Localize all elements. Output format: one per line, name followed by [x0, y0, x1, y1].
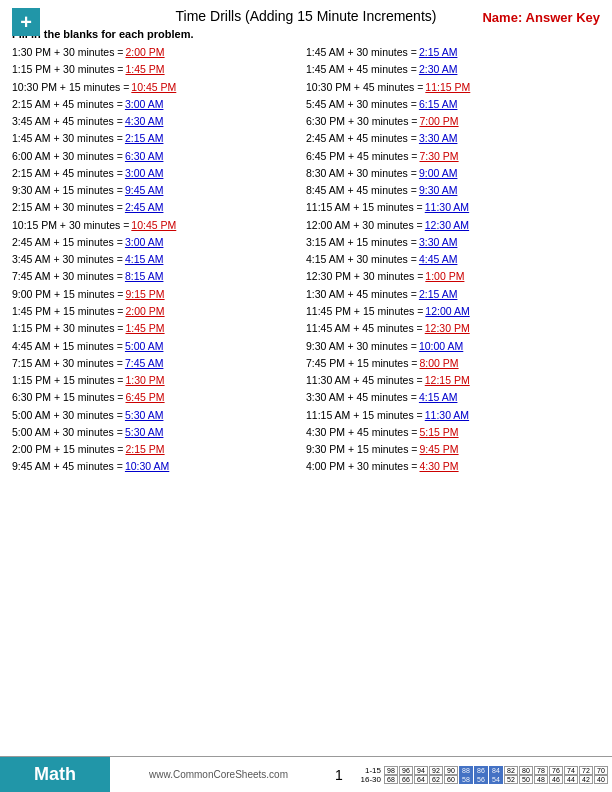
header: + Time Drills (Adding 15 Minute Incremen… — [12, 8, 600, 24]
right-problem-row: 12:30 PM + 30 minutes = 1:00 PM — [306, 268, 600, 284]
answer: 6:15 AM — [419, 96, 458, 112]
left-problem-row: 2:15 AM + 45 minutes = 3:00 AM — [12, 96, 306, 112]
answer: 7:30 PM — [419, 148, 458, 164]
right-problem-row: 1:45 AM + 30 minutes = 2:15 AM — [306, 44, 600, 60]
problem-text: 9:30 AM + 30 minutes = — [306, 338, 417, 354]
problem-text: 1:45 AM + 30 minutes = — [12, 130, 123, 146]
right-column: 1:45 AM + 30 minutes = 2:15 AM1:45 AM + … — [306, 44, 600, 475]
problem-text: 1:15 PM + 15 minutes = — [12, 372, 123, 388]
answer: 3:00 AM — [125, 165, 164, 181]
problem-text: 4:00 PM + 30 minutes = — [306, 458, 417, 474]
problem-text: 6:30 PM + 15 minutes = — [12, 389, 123, 405]
score-cell: 84 — [489, 766, 503, 775]
problem-text: 9:30 AM + 15 minutes = — [12, 182, 123, 198]
left-problem-row: 10:30 PM + 15 minutes = 10:45 PM — [12, 79, 306, 95]
problem-text: 6:30 PM + 30 minutes = — [306, 113, 417, 129]
problem-text: 1:45 PM + 15 minutes = — [12, 303, 123, 319]
logo: + — [12, 8, 40, 36]
answer: 8:15 AM — [125, 268, 164, 284]
right-problem-row: 8:45 AM + 45 minutes = 9:30 AM — [306, 182, 600, 198]
problem-text: 12:00 AM + 30 minutes = — [306, 217, 423, 233]
score-cell: 98 — [384, 766, 398, 775]
score-cell: 74 — [564, 766, 578, 775]
answer: 7:00 PM — [419, 113, 458, 129]
score-cell: 48 — [534, 775, 548, 784]
problem-text: 1:45 AM + 30 minutes = — [306, 44, 417, 60]
left-problem-row: 1:30 PM + 30 minutes = 2:00 PM — [12, 44, 306, 60]
answer: 10:45 PM — [131, 79, 176, 95]
right-problem-row: 7:45 PM + 15 minutes = 8:00 PM — [306, 355, 600, 371]
instructions: Fill in the blanks for each problem. — [12, 28, 600, 40]
right-problem-row: 3:15 AM + 15 minutes = 3:30 AM — [306, 234, 600, 250]
right-problem-row: 3:30 AM + 45 minutes = 4:15 AM — [306, 389, 600, 405]
answer: 2:15 AM — [419, 44, 458, 60]
problem-text: 7:45 PM + 15 minutes = — [306, 355, 417, 371]
left-problem-row: 2:15 AM + 30 minutes = 2:45 AM — [12, 199, 306, 215]
score-cell: 72 — [579, 766, 593, 775]
score-cell: 82 — [504, 766, 518, 775]
problem-text: 3:15 AM + 15 minutes = — [306, 234, 417, 250]
score-cell: 70 — [594, 766, 608, 775]
problem-text: 7:15 AM + 30 minutes = — [12, 355, 123, 371]
problem-text: 8:45 AM + 45 minutes = — [306, 182, 417, 198]
answer: 10:45 PM — [131, 217, 176, 233]
score-cell: 86 — [474, 766, 488, 775]
left-problem-row: 6:00 AM + 30 minutes = 6:30 AM — [12, 148, 306, 164]
score-cell: 66 — [399, 775, 413, 784]
left-problem-row: 1:15 PM + 30 minutes = 1:45 PM — [12, 320, 306, 336]
right-problem-row: 8:30 AM + 30 minutes = 9:00 AM — [306, 165, 600, 181]
problem-text: 9:30 PM + 15 minutes = — [306, 441, 417, 457]
right-problem-row: 6:45 PM + 45 minutes = 7:30 PM — [306, 148, 600, 164]
right-problem-row: 1:30 AM + 45 minutes = 2:15 AM — [306, 286, 600, 302]
problem-text: 11:45 PM + 15 minutes = — [306, 303, 423, 319]
score-cell: 88 — [459, 766, 473, 775]
right-problem-row: 2:45 AM + 45 minutes = 3:30 AM — [306, 130, 600, 146]
right-problem-row: 5:45 AM + 30 minutes = 6:15 AM — [306, 96, 600, 112]
problem-text: 1:30 AM + 45 minutes = — [306, 286, 417, 302]
answer: 8:00 PM — [419, 355, 458, 371]
problem-text: 2:00 PM + 15 minutes = — [12, 441, 123, 457]
answer: 5:15 PM — [419, 424, 458, 440]
answer: 3:30 AM — [419, 234, 458, 250]
score-cell: 80 — [519, 766, 533, 775]
right-problem-row: 1:45 AM + 45 minutes = 2:30 AM — [306, 61, 600, 77]
problem-text: 3:45 AM + 45 minutes = — [12, 113, 123, 129]
left-problem-row: 6:30 PM + 15 minutes = 6:45 PM — [12, 389, 306, 405]
footer-math-label: Math — [0, 757, 110, 792]
answer: 12:30 PM — [425, 320, 470, 336]
right-problem-row: 11:15 AM + 15 minutes = 11:30 AM — [306, 407, 600, 423]
answer: 4:30 PM — [419, 458, 458, 474]
right-problem-row: 12:00 AM + 30 minutes = 12:30 AM — [306, 217, 600, 233]
answer: 5:00 AM — [125, 338, 164, 354]
problem-text: 4:45 AM + 15 minutes = — [12, 338, 123, 354]
right-problem-row: 11:30 AM + 45 minutes = 12:15 PM — [306, 372, 600, 388]
answer: 12:00 AM — [425, 303, 469, 319]
problem-text: 5:00 AM + 30 minutes = — [12, 407, 123, 423]
score-cell: 44 — [564, 775, 578, 784]
footer-page-number: 1 — [327, 757, 351, 792]
logo-plus: + — [20, 12, 32, 32]
left-problem-row: 4:45 AM + 15 minutes = 5:00 AM — [12, 338, 306, 354]
right-problem-row: 4:15 AM + 30 minutes = 4:45 AM — [306, 251, 600, 267]
problem-text: 9:45 AM + 45 minutes = — [12, 458, 123, 474]
score-label-2: 16-30 — [351, 775, 381, 784]
right-problem-row: 11:45 AM + 45 minutes = 12:30 PM — [306, 320, 600, 336]
answer: 6:45 PM — [125, 389, 164, 405]
problem-text: 4:15 AM + 30 minutes = — [306, 251, 417, 267]
left-problem-row: 1:45 PM + 15 minutes = 2:00 PM — [12, 303, 306, 319]
right-problem-row: 11:15 AM + 15 minutes = 11:30 AM — [306, 199, 600, 215]
problem-text: 2:45 AM + 15 minutes = — [12, 234, 123, 250]
footer-score-table: 1-1598969492908886848280787674727016-306… — [351, 757, 608, 792]
score-cell: 68 — [384, 775, 398, 784]
answer: 11:30 AM — [425, 407, 469, 423]
footer: Math www.CommonCoreSheets.com 1 1-159896… — [0, 756, 612, 792]
problem-text: 6:00 AM + 30 minutes = — [12, 148, 123, 164]
problem-text: 1:30 PM + 30 minutes = — [12, 44, 123, 60]
answer: 11:15 PM — [425, 79, 470, 95]
problem-text: 1:45 AM + 45 minutes = — [306, 61, 417, 77]
score-cell: 46 — [549, 775, 563, 784]
right-problem-row: 9:30 AM + 30 minutes = 10:00 AM — [306, 338, 600, 354]
left-problem-row: 9:00 PM + 15 minutes = 9:15 PM — [12, 286, 306, 302]
right-problem-row: 10:30 PM + 45 minutes = 11:15 PM — [306, 79, 600, 95]
score-cell: 76 — [549, 766, 563, 775]
